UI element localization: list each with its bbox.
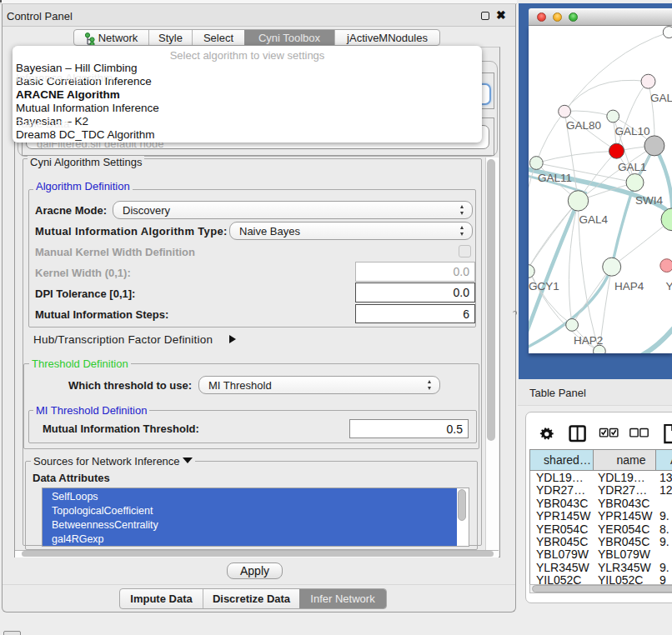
svg-text:GAL: GAL (650, 92, 672, 104)
svg-text:GAL4: GAL4 (579, 213, 609, 226)
svg-text:HAP2: HAP2 (574, 334, 603, 347)
svg-text:Y: Y (666, 280, 672, 292)
svg-text:GCY1: GCY1 (529, 280, 559, 292)
svg-text:GAL80: GAL80 (566, 119, 601, 132)
svg-text:HAP4: HAP4 (614, 280, 644, 292)
svg-text:SWI4: SWI4 (635, 194, 663, 207)
svg-text:GAL10: GAL10 (615, 125, 650, 138)
svg-text:GAL1: GAL1 (618, 161, 647, 173)
svg-text:GAL11: GAL11 (538, 172, 572, 184)
